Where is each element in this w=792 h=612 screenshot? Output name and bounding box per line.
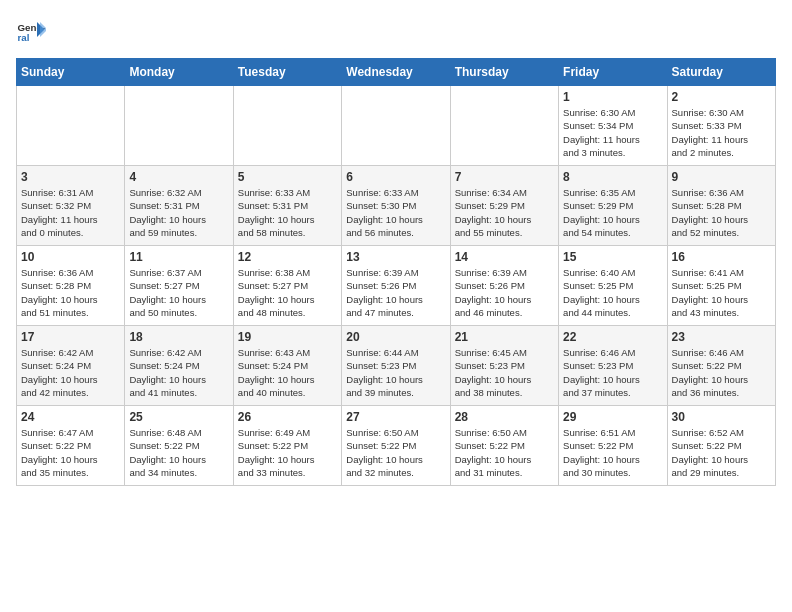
day-info: Sunrise: 6:39 AM Sunset: 5:26 PM Dayligh… [346,266,445,319]
calendar-week-row: 17Sunrise: 6:42 AM Sunset: 5:24 PM Dayli… [17,326,776,406]
calendar-cell: 24Sunrise: 6:47 AM Sunset: 5:22 PM Dayli… [17,406,125,486]
calendar-cell: 11Sunrise: 6:37 AM Sunset: 5:27 PM Dayli… [125,246,233,326]
calendar-header-row: SundayMondayTuesdayWednesdayThursdayFrid… [17,59,776,86]
logo-icon: Gene- ral [16,16,46,46]
svg-text:ral: ral [18,32,30,43]
day-number: 30 [672,410,771,424]
weekday-header: Friday [559,59,667,86]
day-number: 20 [346,330,445,344]
day-info: Sunrise: 6:33 AM Sunset: 5:31 PM Dayligh… [238,186,337,239]
day-info: Sunrise: 6:42 AM Sunset: 5:24 PM Dayligh… [129,346,228,399]
day-info: Sunrise: 6:50 AM Sunset: 5:22 PM Dayligh… [346,426,445,479]
calendar-cell: 19Sunrise: 6:43 AM Sunset: 5:24 PM Dayli… [233,326,341,406]
day-number: 3 [21,170,120,184]
calendar-cell: 4Sunrise: 6:32 AM Sunset: 5:31 PM Daylig… [125,166,233,246]
day-info: Sunrise: 6:50 AM Sunset: 5:22 PM Dayligh… [455,426,554,479]
calendar-cell: 12Sunrise: 6:38 AM Sunset: 5:27 PM Dayli… [233,246,341,326]
day-number: 14 [455,250,554,264]
day-number: 6 [346,170,445,184]
day-info: Sunrise: 6:32 AM Sunset: 5:31 PM Dayligh… [129,186,228,239]
day-number: 10 [21,250,120,264]
calendar-week-row: 1Sunrise: 6:30 AM Sunset: 5:34 PM Daylig… [17,86,776,166]
day-info: Sunrise: 6:36 AM Sunset: 5:28 PM Dayligh… [21,266,120,319]
day-number: 25 [129,410,228,424]
calendar-table: SundayMondayTuesdayWednesdayThursdayFrid… [16,58,776,486]
day-number: 26 [238,410,337,424]
calendar-cell: 28Sunrise: 6:50 AM Sunset: 5:22 PM Dayli… [450,406,558,486]
day-info: Sunrise: 6:47 AM Sunset: 5:22 PM Dayligh… [21,426,120,479]
calendar-cell: 22Sunrise: 6:46 AM Sunset: 5:23 PM Dayli… [559,326,667,406]
day-info: Sunrise: 6:49 AM Sunset: 5:22 PM Dayligh… [238,426,337,479]
day-info: Sunrise: 6:30 AM Sunset: 5:33 PM Dayligh… [672,106,771,159]
calendar-week-row: 24Sunrise: 6:47 AM Sunset: 5:22 PM Dayli… [17,406,776,486]
calendar-cell [233,86,341,166]
calendar-week-row: 10Sunrise: 6:36 AM Sunset: 5:28 PM Dayli… [17,246,776,326]
day-info: Sunrise: 6:41 AM Sunset: 5:25 PM Dayligh… [672,266,771,319]
day-info: Sunrise: 6:51 AM Sunset: 5:22 PM Dayligh… [563,426,662,479]
weekday-header: Monday [125,59,233,86]
day-number: 9 [672,170,771,184]
day-number: 28 [455,410,554,424]
day-number: 29 [563,410,662,424]
calendar-cell: 6Sunrise: 6:33 AM Sunset: 5:30 PM Daylig… [342,166,450,246]
header: Gene- ral [16,16,776,46]
day-info: Sunrise: 6:34 AM Sunset: 5:29 PM Dayligh… [455,186,554,239]
weekday-header: Tuesday [233,59,341,86]
day-number: 5 [238,170,337,184]
weekday-header: Saturday [667,59,775,86]
calendar-cell: 16Sunrise: 6:41 AM Sunset: 5:25 PM Dayli… [667,246,775,326]
calendar-cell: 7Sunrise: 6:34 AM Sunset: 5:29 PM Daylig… [450,166,558,246]
day-info: Sunrise: 6:31 AM Sunset: 5:32 PM Dayligh… [21,186,120,239]
calendar-cell [450,86,558,166]
day-number: 24 [21,410,120,424]
day-number: 11 [129,250,228,264]
calendar-body: 1Sunrise: 6:30 AM Sunset: 5:34 PM Daylig… [17,86,776,486]
day-number: 8 [563,170,662,184]
calendar-cell: 25Sunrise: 6:48 AM Sunset: 5:22 PM Dayli… [125,406,233,486]
day-number: 2 [672,90,771,104]
calendar-cell: 10Sunrise: 6:36 AM Sunset: 5:28 PM Dayli… [17,246,125,326]
calendar-week-row: 3Sunrise: 6:31 AM Sunset: 5:32 PM Daylig… [17,166,776,246]
day-info: Sunrise: 6:46 AM Sunset: 5:23 PM Dayligh… [563,346,662,399]
calendar-cell: 14Sunrise: 6:39 AM Sunset: 5:26 PM Dayli… [450,246,558,326]
day-number: 18 [129,330,228,344]
calendar-cell: 20Sunrise: 6:44 AM Sunset: 5:23 PM Dayli… [342,326,450,406]
day-info: Sunrise: 6:38 AM Sunset: 5:27 PM Dayligh… [238,266,337,319]
day-info: Sunrise: 6:36 AM Sunset: 5:28 PM Dayligh… [672,186,771,239]
calendar-cell: 23Sunrise: 6:46 AM Sunset: 5:22 PM Dayli… [667,326,775,406]
day-info: Sunrise: 6:42 AM Sunset: 5:24 PM Dayligh… [21,346,120,399]
calendar-cell: 30Sunrise: 6:52 AM Sunset: 5:22 PM Dayli… [667,406,775,486]
day-number: 15 [563,250,662,264]
day-info: Sunrise: 6:46 AM Sunset: 5:22 PM Dayligh… [672,346,771,399]
day-info: Sunrise: 6:33 AM Sunset: 5:30 PM Dayligh… [346,186,445,239]
calendar-cell: 3Sunrise: 6:31 AM Sunset: 5:32 PM Daylig… [17,166,125,246]
calendar-cell: 21Sunrise: 6:45 AM Sunset: 5:23 PM Dayli… [450,326,558,406]
day-info: Sunrise: 6:40 AM Sunset: 5:25 PM Dayligh… [563,266,662,319]
calendar-cell: 5Sunrise: 6:33 AM Sunset: 5:31 PM Daylig… [233,166,341,246]
calendar-cell [342,86,450,166]
day-info: Sunrise: 6:45 AM Sunset: 5:23 PM Dayligh… [455,346,554,399]
calendar-cell: 27Sunrise: 6:50 AM Sunset: 5:22 PM Dayli… [342,406,450,486]
day-info: Sunrise: 6:43 AM Sunset: 5:24 PM Dayligh… [238,346,337,399]
calendar-cell: 8Sunrise: 6:35 AM Sunset: 5:29 PM Daylig… [559,166,667,246]
calendar-cell: 18Sunrise: 6:42 AM Sunset: 5:24 PM Dayli… [125,326,233,406]
weekday-header: Wednesday [342,59,450,86]
calendar-cell [125,86,233,166]
calendar-cell: 13Sunrise: 6:39 AM Sunset: 5:26 PM Dayli… [342,246,450,326]
day-number: 21 [455,330,554,344]
calendar-cell: 29Sunrise: 6:51 AM Sunset: 5:22 PM Dayli… [559,406,667,486]
day-number: 23 [672,330,771,344]
day-number: 17 [21,330,120,344]
day-number: 13 [346,250,445,264]
day-number: 16 [672,250,771,264]
calendar-cell [17,86,125,166]
calendar-cell: 26Sunrise: 6:49 AM Sunset: 5:22 PM Dayli… [233,406,341,486]
day-info: Sunrise: 6:30 AM Sunset: 5:34 PM Dayligh… [563,106,662,159]
calendar-cell: 2Sunrise: 6:30 AM Sunset: 5:33 PM Daylig… [667,86,775,166]
day-number: 19 [238,330,337,344]
day-info: Sunrise: 6:48 AM Sunset: 5:22 PM Dayligh… [129,426,228,479]
calendar-cell: 17Sunrise: 6:42 AM Sunset: 5:24 PM Dayli… [17,326,125,406]
day-info: Sunrise: 6:52 AM Sunset: 5:22 PM Dayligh… [672,426,771,479]
day-info: Sunrise: 6:44 AM Sunset: 5:23 PM Dayligh… [346,346,445,399]
day-number: 22 [563,330,662,344]
